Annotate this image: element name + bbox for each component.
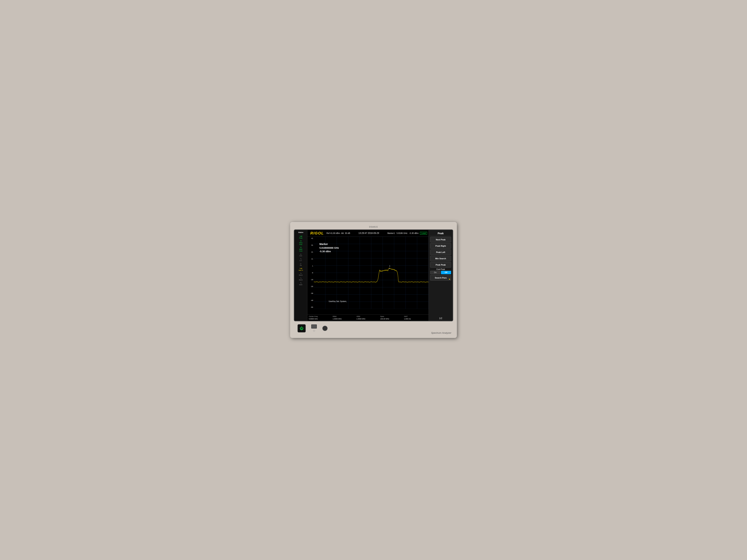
- chart-container: 41 31 21 11 1 -9 -19 -25 -39 -49 -55: [307, 237, 429, 315]
- y-axis: 41 31 21 11 1 -9 -19 -25 -39 -49 -55: [307, 237, 314, 309]
- pa-label: PA: [300, 265, 302, 266]
- footer-center-freq: Center Freq 5.8000 GHz: [309, 315, 332, 320]
- status-blank1: ∿ Blank: [295, 272, 306, 276]
- blank1-icon: ∿: [300, 272, 302, 274]
- math-icon: ∿: [300, 282, 302, 284]
- bottom-controls: ⏻ ⚇: [294, 324, 453, 332]
- swp-label: SWPCont: [299, 248, 302, 252]
- marker-header-info: Marker1 5.8186 GHz -5.30 dBm: [387, 232, 418, 234]
- right-menu-title: Peak: [430, 231, 451, 236]
- usb-icon: ⚇: [313, 329, 315, 332]
- local-badge: Local: [420, 232, 427, 235]
- peak-right-button[interactable]: Peak Right: [430, 243, 451, 249]
- instrument-body: DSA815 Status ∿w Peak ⊓ TRIGFree ⊓ SWPCo…: [290, 222, 457, 338]
- span-value: 100.00 MHz: [380, 318, 403, 320]
- y-tick-41: 41: [307, 237, 314, 239]
- status-blank2: ∿ Blank: [295, 277, 306, 281]
- marker-title: Marker: [319, 242, 339, 246]
- blank2-icon: ∿: [300, 277, 302, 279]
- pa-icon: ▷: [300, 263, 302, 265]
- status-peak: ∿w Peak: [295, 235, 306, 239]
- marker-frequency: 5.818666666 GHz: [319, 246, 339, 250]
- display-header: RIGOL Ref 41.00 dBm Att 30 dB 13:29:47 2…: [307, 230, 429, 237]
- footer-rbw: RBW 1.0000 MHz: [333, 315, 356, 320]
- power-icon: ⏻: [300, 326, 304, 330]
- vbw-value: 1.0000 MHz: [357, 318, 380, 320]
- sy-icon: ∿: [300, 258, 302, 260]
- blank2-label: Blank: [299, 279, 303, 281]
- center-freq-label: Center Freq: [309, 315, 332, 318]
- peak-left-button[interactable]: Peak Left: [430, 249, 451, 255]
- peak-label: Peak: [299, 237, 302, 239]
- ref-label: Ref 41.00 dBm: [327, 232, 340, 234]
- swp-icon: ⊓: [300, 246, 302, 248]
- rigol-logo: RIGOL: [309, 231, 325, 236]
- math-label: Math: [299, 284, 303, 286]
- corr-icon: △: [300, 253, 302, 255]
- maxh-icon: ∿w: [300, 267, 302, 269]
- marker-annotation: Marker 5.818666666 GHz -5.30 dBm: [319, 242, 339, 254]
- status-pa: ▷ PA: [295, 263, 306, 266]
- right-menu-panel: Peak Next Peak Peak Right Peak Left Min …: [429, 230, 453, 321]
- corr-label: Corr: [300, 255, 302, 257]
- att-label: Att 30 dB: [341, 232, 350, 234]
- cont-peak-on-button[interactable]: On: [430, 271, 440, 274]
- y-tick-n9: -9: [307, 272, 314, 274]
- min-search-button[interactable]: Min Search: [430, 256, 451, 261]
- status-maxh: ∿w Max H: [295, 267, 306, 271]
- y-tick-n49: -49: [307, 299, 314, 301]
- swt-value: 1.000 ms: [404, 318, 427, 320]
- cont-peak-section: Cont Peak On Off: [430, 268, 451, 274]
- swt-label: SWT: [404, 315, 427, 318]
- userkey-label: UserKey Set: System,: [329, 300, 347, 302]
- next-peak-button[interactable]: Next Peak: [430, 237, 451, 242]
- footer-swt: SWT 1.000 ms: [404, 315, 427, 320]
- y-tick-1: 1: [307, 265, 314, 267]
- marker-power: -5.30 dBm: [319, 250, 339, 254]
- top-label: DSA815: [294, 226, 453, 228]
- status-math: ∿ Math: [295, 282, 306, 286]
- footer-span: Span 100.00 MHz: [380, 315, 403, 320]
- usb-port: [311, 324, 317, 328]
- cont-peak-off-button[interactable]: Off: [441, 271, 451, 274]
- trig-icon: ⊓: [300, 240, 302, 242]
- y-tick-11: 11: [307, 258, 314, 260]
- y-tick-n39: -39: [307, 292, 314, 294]
- timestamp: 13:29:47 2018-09-29: [350, 232, 387, 235]
- center-freq-value: 5.8000 GHz: [309, 318, 332, 320]
- left-status-panel: Status ∿w Peak ⊓ TRIGFree ⊓ SWPCont △ Co…: [294, 230, 307, 321]
- y-tick-n19: -19: [307, 279, 314, 281]
- vbw-label: VBW: [357, 315, 380, 318]
- status-label: Status: [298, 232, 304, 233]
- peak-peak-button[interactable]: Peak Peak: [430, 262, 451, 268]
- span-label: Span: [380, 315, 403, 318]
- cont-peak-toggle-row: On Off: [430, 271, 451, 274]
- footer-vbw: VBW 1.0000 MHz: [357, 315, 380, 320]
- y-tick-31: 31: [307, 244, 314, 246]
- instrument-type-label: Spectrum Analyzer: [431, 331, 451, 334]
- status-swp: ⊓ SWPCont: [295, 246, 306, 252]
- rbw-value: 1.0000 MHz: [333, 318, 356, 320]
- blank1-label: Blank: [299, 274, 303, 276]
- peak-wave-icon: ∿w: [300, 235, 302, 237]
- search-para-button[interactable]: Search Para: [430, 275, 451, 281]
- rbw-label: RBW: [333, 315, 356, 318]
- page-indicator: 1/2: [430, 316, 451, 320]
- y-tick-n25: -25: [307, 286, 314, 287]
- screen-area: Status ∿w Peak ⊓ TRIGFree ⊓ SWPCont △ Co…: [294, 230, 453, 321]
- sy-label: S.Y.: [300, 260, 302, 262]
- y-tick-21: 21: [307, 251, 314, 253]
- trig-label: TRIGFree: [299, 242, 303, 245]
- plot-area: 1 Marker 5.818666666 GHz -5.30 dBm UserK…: [314, 237, 429, 309]
- status-sy: ∿ S.Y.: [295, 258, 306, 262]
- marker-number-label: 1: [389, 265, 390, 267]
- cont-peak-label: Cont Peak: [430, 268, 451, 270]
- y-tick-n55: -55: [307, 306, 314, 308]
- round-port: [323, 326, 328, 331]
- brand-name: RIGOL: [310, 231, 324, 235]
- maxh-label: Max H: [299, 269, 303, 271]
- footer-bar: Center Freq 5.8000 GHz RBW 1.0000 MHz VB…: [307, 315, 429, 321]
- status-trig: ⊓ TRIGFree: [295, 240, 306, 245]
- main-display: RIGOL Ref 41.00 dBm Att 30 dB 13:29:47 2…: [307, 230, 429, 321]
- power-button[interactable]: ⏻: [298, 324, 306, 332]
